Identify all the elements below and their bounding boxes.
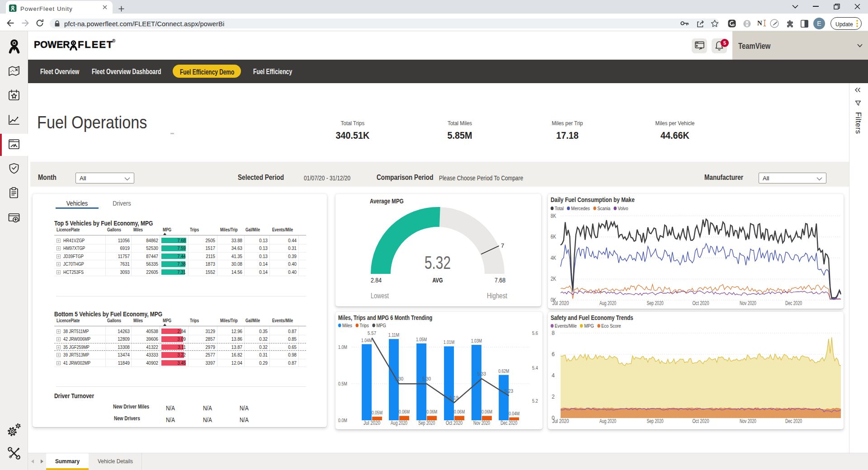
svg-text:0.06M: 0.06M [454,409,465,414]
svg-text:2: 2 [552,394,555,400]
svg-text:Aug 2020: Aug 2020 [391,420,407,426]
svg-text:5.4: 5.4 [532,365,538,371]
svg-text:Aug 2020: Aug 2020 [599,418,616,424]
svg-text:Nov 2020: Nov 2020 [740,418,756,424]
svg-text:5.32: 5.32 [425,252,451,273]
svg-text:5.33: 5.33 [477,371,486,376]
svg-text:7: 7 [501,242,504,249]
svg-text:0.06M: 0.06M [399,409,410,414]
svg-text:6: 6 [552,351,555,357]
svg-text:8K: 8K [551,213,556,219]
svg-text:Dec 2020: Dec 2020 [785,300,802,306]
svg-text:1.05M: 1.05M [416,337,427,342]
svg-text:Nov 2020: Nov 2020 [740,300,756,306]
svg-text:7.68: 7.68 [495,277,505,284]
svg-text:1.0M: 1.0M [338,344,347,350]
svg-text:Oct 2020: Oct 2020 [693,418,709,424]
svg-text:Sep 2020: Sep 2020 [647,418,664,424]
svg-text:1.04M: 1.04M [361,338,372,343]
svg-text:8: 8 [552,330,555,336]
svg-text:5.30: 5.30 [422,376,431,381]
svg-text:Nov 2020: Nov 2020 [473,420,490,426]
svg-text:Sep 2020: Sep 2020 [647,300,664,306]
svg-text:Oct 2020: Oct 2020 [446,420,462,426]
svg-text:Dec 2020: Dec 2020 [785,418,802,424]
svg-text:Jul 2020: Jul 2020 [552,300,569,306]
svg-text:0.0M: 0.0M [338,418,347,423]
svg-text:1.11M: 1.11M [388,332,399,338]
svg-text:0.06M: 0.06M [426,409,437,414]
svg-text:0.06M: 0.06M [481,409,492,414]
svg-text:6K: 6K [551,234,556,240]
svg-text:5.19: 5.19 [450,395,458,400]
svg-text:Jul 2020: Jul 2020 [363,420,380,426]
svg-text:5.6: 5.6 [532,330,538,336]
svg-text:Jul 2020: Jul 2020 [552,418,569,424]
svg-text:2.84: 2.84 [371,277,382,284]
svg-text:4K: 4K [551,255,556,261]
svg-text:0.04M: 0.04M [509,411,519,416]
svg-text:Dec 2020: Dec 2020 [500,420,517,426]
svg-text:5.2: 5.2 [532,398,538,404]
svg-text:Lowest: Lowest [371,292,389,300]
svg-text:0.62M: 0.62M [498,368,509,374]
svg-text:1.01M: 1.01M [443,339,454,345]
svg-text:0.5M: 0.5M [338,381,347,386]
svg-text:0.05M: 0.05M [372,410,382,415]
svg-text:1.03M: 1.03M [471,338,482,343]
svg-text:Sep 2020: Sep 2020 [418,420,435,426]
svg-text:AVG: AVG [433,277,443,284]
svg-text:4: 4 [552,372,555,379]
svg-text:5.23: 5.23 [505,388,513,394]
svg-text:5.30: 5.30 [395,376,403,381]
svg-text:Aug 2020: Aug 2020 [599,300,616,306]
svg-text:5.57: 5.57 [368,330,376,336]
svg-text:Highest: Highest [487,292,507,300]
svg-text:Oct 2020: Oct 2020 [693,300,709,306]
svg-text:2K: 2K [551,276,556,282]
